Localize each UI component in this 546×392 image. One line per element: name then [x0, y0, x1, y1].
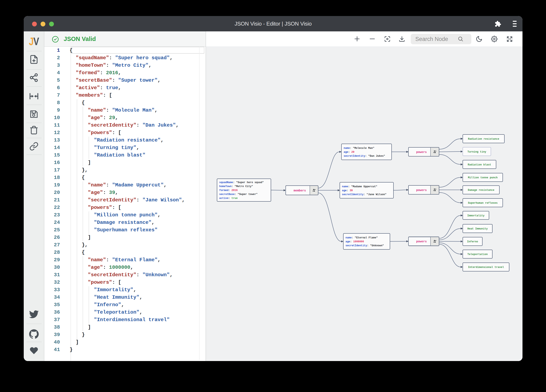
svg-text:age: 1000000: age: 1000000	[346, 240, 364, 243]
svg-text:squadName: "Super hero squad": squadName: "Super hero squad"	[219, 181, 264, 184]
svg-text:secretBase: "Super tower": secretBase: "Super tower"	[219, 193, 258, 196]
svg-text:powers: powers	[416, 151, 427, 154]
svg-text:Superhuman reflexes: Superhuman reflexes	[468, 202, 498, 204]
svg-text:formed: 2016: formed: 2016	[219, 189, 238, 192]
svg-text:active: true: active: true	[219, 197, 238, 200]
svg-text:powers: powers	[416, 189, 427, 192]
svg-text:name: "Madame Uppercut": name: "Madame Uppercut"	[342, 185, 377, 188]
svg-text:homeTown: "Metro City": homeTown: "Metro City"	[219, 185, 253, 188]
svg-text:Radiation blast: Radiation blast	[468, 163, 491, 166]
svg-text:Interdimensional travel: Interdimensional travel	[468, 266, 504, 269]
svg-text:powers: powers	[416, 240, 427, 243]
svg-text:Radiation resistance: Radiation resistance	[468, 138, 499, 140]
svg-text:name: "Eternal Flame": name: "Eternal Flame"	[346, 236, 378, 239]
svg-text:Turning tiny: Turning tiny	[467, 151, 486, 153]
svg-text:secretIdentity: "Unknown": secretIdentity: "Unknown"	[346, 244, 384, 247]
svg-text:Million tonne punch: Million tonne punch	[468, 176, 498, 179]
svg-text:Immortality: Immortality	[467, 214, 485, 217]
svg-text:Damage resistance: Damage resistance	[468, 189, 494, 192]
svg-text:age: 39: age: 39	[342, 189, 353, 192]
svg-text:age: 29: age: 29	[344, 151, 355, 154]
svg-text:secretIdentity: "Dan Jukes": secretIdentity: "Dan Jukes"	[344, 155, 385, 158]
svg-text:Heat Immunity: Heat Immunity	[467, 228, 488, 230]
svg-text:members: members	[294, 189, 306, 192]
svg-text:secretIdentity: "Jane Wilson": secretIdentity: "Jane Wilson"	[342, 193, 387, 196]
svg-text:name: "Molecule Man": name: "Molecule Man"	[344, 147, 375, 150]
svg-text:Inferno: Inferno	[467, 240, 478, 243]
svg-text:Teleportation: Teleportation	[467, 253, 488, 256]
